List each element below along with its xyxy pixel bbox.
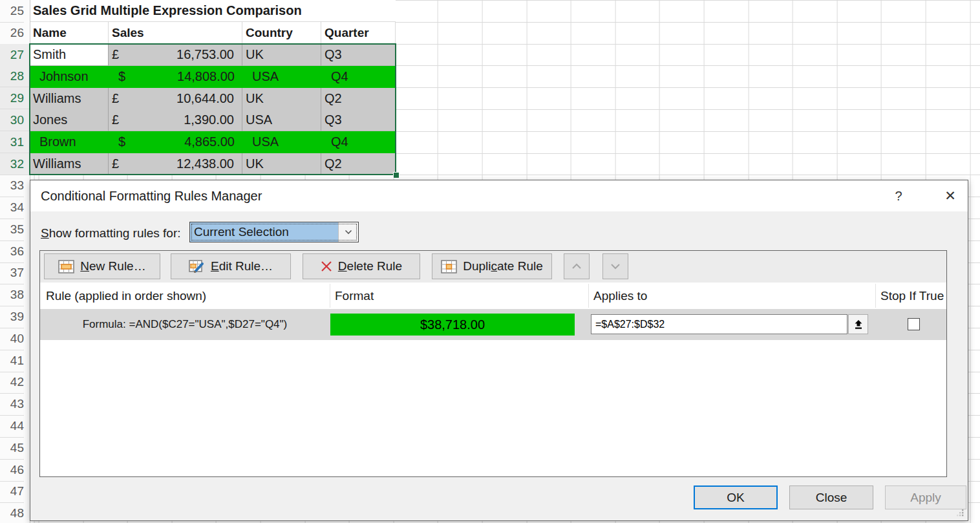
- new-rule-label: New Rule…: [80, 259, 145, 273]
- dropdown-button[interactable]: [338, 222, 358, 242]
- cell-country[interactable]: UK: [242, 88, 321, 110]
- row-header-27[interactable]: 27: [0, 44, 30, 66]
- row-header-44[interactable]: 44: [0, 415, 24, 438]
- resize-grip[interactable]: [955, 508, 964, 517]
- header-country[interactable]: Country: [242, 22, 321, 44]
- cell-sales[interactable]: $14,808.00: [109, 66, 242, 88]
- row-header-40[interactable]: 40: [0, 328, 24, 350]
- duplicate-rule-grid-icon: [441, 260, 457, 273]
- row-header-28[interactable]: 28: [0, 65, 30, 87]
- cell-name[interactable]: Jones: [30, 109, 109, 131]
- ok-button[interactable]: OK: [694, 486, 778, 509]
- dialog-titlebar[interactable]: Conditional Formatting Rules Manager ? ✕: [30, 180, 968, 211]
- currency-symbol: £: [112, 88, 119, 109]
- rule-row[interactable]: Formula: =AND($C27="USA",$D27="Q4") $38,…: [40, 309, 946, 340]
- row-header-25[interactable]: 25: [0, 0, 24, 23]
- cell-sales[interactable]: £1,390.00: [109, 109, 242, 131]
- row-header-43[interactable]: 43: [0, 393, 24, 416]
- column-stop-if-true: Stop If True: [880, 283, 944, 309]
- cell-country[interactable]: USA: [242, 109, 321, 131]
- cell-name[interactable]: Williams: [30, 153, 109, 175]
- amount: 16,753.00: [176, 44, 234, 65]
- table-row-30: Jones£1,390.00USAQ3: [30, 109, 396, 131]
- edit-rule-button[interactable]: Edit Rule…: [171, 253, 291, 279]
- column-format: Format: [335, 283, 374, 309]
- cell-quarter[interactable]: Q3: [321, 44, 396, 66]
- duplicate-rule-button[interactable]: Duplicate Rule: [432, 253, 552, 279]
- header-sales[interactable]: Sales: [109, 22, 242, 44]
- row-header-46[interactable]: 46: [0, 459, 24, 482]
- currency-symbol: £: [112, 153, 119, 175]
- chevron-down-icon: [610, 263, 621, 270]
- cell-quarter[interactable]: Q3: [321, 109, 396, 131]
- row-header-45[interactable]: 45: [0, 437, 24, 460]
- row-header-29[interactable]: 29: [0, 87, 30, 109]
- row-header-41[interactable]: 41: [0, 350, 24, 372]
- rule-format-preview: $38,718.00: [330, 314, 575, 336]
- stop-if-true-checkbox[interactable]: [908, 318, 920, 330]
- cell-quarter[interactable]: Q2: [321, 88, 396, 110]
- cell-quarter[interactable]: Q4: [321, 131, 396, 153]
- duplicate-rule-label: Duplicate Rule: [463, 259, 543, 273]
- cell-name[interactable]: Williams: [30, 88, 109, 110]
- rules-toolbar: New Rule… Edit Rule…: [40, 251, 946, 283]
- show-rules-dropdown[interactable]: Current Selection: [189, 222, 359, 242]
- row-header-39[interactable]: 39: [0, 306, 24, 328]
- cell-title[interactable]: Sales Grid Multiple Expression Compariso…: [30, 0, 396, 22]
- cell-sales[interactable]: £12,438.00: [109, 153, 242, 175]
- cell-sales[interactable]: $4,865.00: [109, 131, 242, 153]
- row-header-38[interactable]: 38: [0, 284, 24, 306]
- amount: 10,644.00: [176, 88, 234, 109]
- row-header-30[interactable]: 30: [0, 109, 30, 131]
- rules-list-box: New Rule… Edit Rule…: [39, 250, 947, 477]
- column-rule: Rule (applied in order shown): [46, 283, 206, 309]
- row-header-48[interactable]: 48: [0, 502, 24, 523]
- delete-x-icon: [321, 261, 332, 272]
- show-rules-label: Show formatting rules for:: [41, 223, 181, 243]
- row-header-32[interactable]: 32: [0, 153, 30, 175]
- edit-rule-pencil-icon: [189, 260, 205, 273]
- cell-quarter[interactable]: Q4: [321, 66, 396, 88]
- move-rule-down-button[interactable]: [602, 253, 628, 279]
- currency-symbol: £: [112, 44, 119, 65]
- close-icon[interactable]: ✕: [940, 180, 961, 211]
- row-header-36[interactable]: 36: [0, 240, 24, 263]
- cell-name[interactable]: Brown: [30, 131, 109, 153]
- cell-country[interactable]: UK: [242, 153, 321, 175]
- fill-handle[interactable]: [393, 172, 399, 178]
- cell-country[interactable]: UK: [242, 44, 321, 66]
- amount: 12,438.00: [176, 153, 234, 175]
- cell-country[interactable]: USA: [242, 131, 321, 153]
- new-rule-button[interactable]: New Rule…: [44, 253, 160, 279]
- row-header-26[interactable]: 26: [0, 22, 24, 45]
- cell-name[interactable]: Johnson: [30, 66, 109, 88]
- cell-name[interactable]: Smith: [30, 44, 109, 66]
- close-button[interactable]: Close: [789, 486, 873, 509]
- conditional-formatting-rules-manager-dialog: Conditional Formatting Rules Manager ? ✕…: [30, 180, 968, 521]
- table-row-28: Johnson$14,808.00USAQ4: [30, 66, 396, 88]
- row-header-34[interactable]: 34: [0, 197, 24, 219]
- move-rule-up-button[interactable]: [564, 253, 590, 279]
- cell-quarter[interactable]: Q2: [321, 153, 396, 175]
- applies-to-input[interactable]: [591, 314, 847, 334]
- row-header-33[interactable]: 33: [0, 175, 24, 197]
- chevron-down-icon: [345, 229, 352, 235]
- dropdown-selected-value: Current Selection: [190, 222, 338, 242]
- help-icon[interactable]: ?: [888, 180, 909, 211]
- delete-rule-label: Delete Rule: [338, 259, 402, 273]
- row-header-47[interactable]: 47: [0, 480, 24, 503]
- delete-rule-button[interactable]: Delete Rule: [303, 253, 420, 279]
- amount: 14,808.00: [177, 66, 235, 88]
- row-header-35[interactable]: 35: [0, 219, 24, 241]
- row-header-37[interactable]: 37: [0, 262, 24, 284]
- cell-sales[interactable]: £10,644.00: [109, 88, 242, 110]
- cell-sales[interactable]: £16,753.00: [109, 44, 242, 66]
- collapse-dialog-button[interactable]: [848, 314, 868, 334]
- row-header-31[interactable]: 31: [0, 131, 30, 153]
- row-header-42[interactable]: 42: [0, 371, 24, 394]
- cell-country[interactable]: USA: [242, 66, 321, 88]
- header-name[interactable]: Name: [30, 22, 109, 44]
- header-quarter[interactable]: Quarter: [321, 22, 396, 44]
- collapse-range-icon: [853, 319, 864, 330]
- rules-list-header: Rule (applied in order shown) Format App…: [40, 283, 946, 309]
